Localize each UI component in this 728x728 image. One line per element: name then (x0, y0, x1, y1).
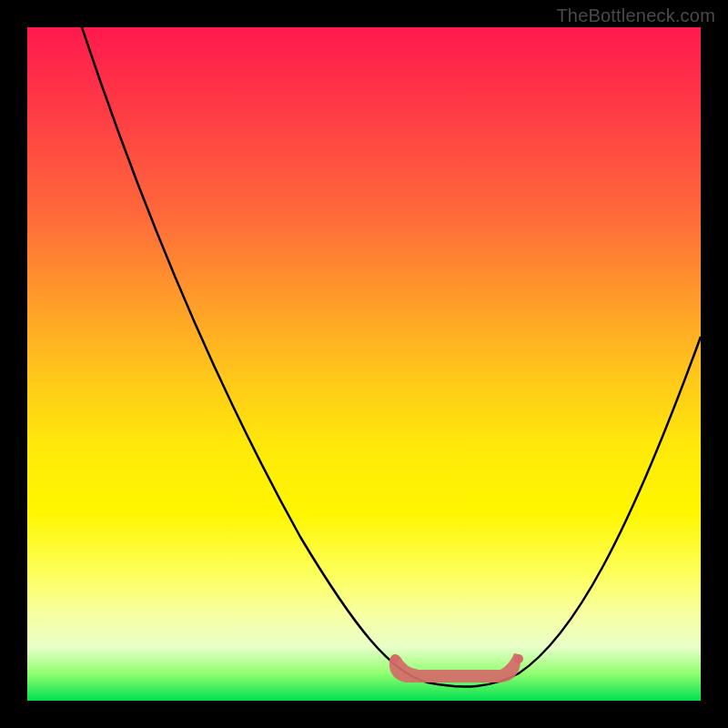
attribution-watermark: TheBottleneck.com (556, 5, 715, 26)
optimal-region-marker (389, 653, 521, 682)
chart-curve-layer (27, 27, 701, 701)
marker-dot-right (514, 654, 523, 663)
chart-frame: TheBottleneck.com (0, 0, 728, 728)
marker-dot-left (390, 654, 399, 663)
chart-plot-area (27, 27, 701, 701)
bottleneck-curve (82, 27, 701, 687)
